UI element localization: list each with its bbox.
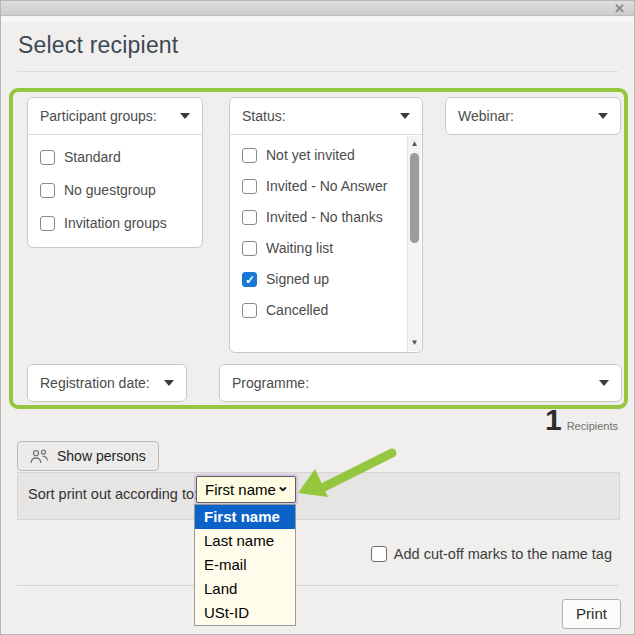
checkbox-waiting-list[interactable]: Waiting list bbox=[242, 238, 396, 258]
chevron-down-icon bbox=[400, 113, 410, 119]
registration-date-label: Registration date: bbox=[40, 375, 150, 391]
sort-option-land[interactable]: Land bbox=[195, 577, 295, 601]
title-divider bbox=[17, 71, 618, 72]
programme-panel: Programme: bbox=[219, 364, 622, 402]
recipients-count: 1 bbox=[545, 403, 562, 437]
checkbox-label: Signed up bbox=[266, 271, 329, 287]
checkbox-label: Invited - No Answer bbox=[266, 178, 387, 194]
scrollbar-thumb[interactable] bbox=[410, 153, 419, 243]
sort-label: Sort print out according to: bbox=[28, 486, 198, 502]
checkbox-icon[interactable] bbox=[40, 150, 55, 165]
recipients-counter: 1 Recipients bbox=[545, 403, 618, 437]
checkbox-signed-up[interactable]: ✓Signed up bbox=[242, 269, 396, 289]
webinar-panel: Webinar: bbox=[445, 97, 621, 135]
participant-groups-panel: Participant groups: Standard No guestgro… bbox=[27, 97, 203, 248]
print-button[interactable]: Print bbox=[562, 599, 621, 629]
status-label: Status: bbox=[242, 108, 286, 124]
checkbox-icon[interactable] bbox=[242, 179, 257, 194]
check-icon: ✓ bbox=[245, 270, 255, 290]
sort-option-email[interactable]: E-mail bbox=[195, 553, 295, 577]
checkbox-label: Waiting list bbox=[266, 240, 333, 256]
titlebar-lower-strip bbox=[1, 16, 634, 22]
scroll-up-icon[interactable]: ▲ bbox=[408, 138, 421, 150]
show-persons-label: Show persons bbox=[57, 448, 146, 464]
checkbox-no-guestgroup[interactable]: No guestgroup bbox=[40, 180, 190, 200]
close-icon[interactable]: ✕ bbox=[614, 1, 625, 16]
checkbox-icon[interactable] bbox=[40, 216, 55, 231]
status-list: Not yet invited Invited - No Answer Invi… bbox=[230, 134, 422, 352]
webinar-label: Webinar: bbox=[458, 108, 514, 124]
sort-bar: Sort print out according to: First name … bbox=[17, 472, 620, 520]
status-panel: Status: Not yet invited Invited - No Ans… bbox=[229, 97, 423, 353]
checkbox-label: Not yet invited bbox=[266, 147, 355, 163]
webinar-dropdown[interactable]: Webinar: bbox=[446, 98, 620, 134]
checkbox-icon[interactable] bbox=[242, 241, 257, 256]
select-recipient-dialog: ✕ Select recipient Participant groups: S… bbox=[0, 0, 635, 635]
cutoff-marks-label: Add cut-off marks to the name tag bbox=[394, 546, 612, 562]
cutoff-marks-checkbox-row[interactable]: Add cut-off marks to the name tag bbox=[371, 546, 612, 562]
checkbox-checked-icon[interactable]: ✓ bbox=[242, 272, 257, 287]
checkbox-invited-no-answer[interactable]: Invited - No Answer bbox=[242, 176, 396, 196]
chevron-down-icon bbox=[180, 113, 190, 119]
sort-select[interactable]: First name ⌄ bbox=[196, 476, 296, 503]
persons-icon bbox=[30, 449, 49, 464]
checkbox-icon[interactable] bbox=[242, 210, 257, 225]
checkbox-label: No guestgroup bbox=[64, 182, 156, 198]
checkbox-label: Invitation groups bbox=[64, 215, 167, 231]
scroll-down-icon[interactable]: ▼ bbox=[408, 337, 421, 349]
checkbox-label: Standard bbox=[64, 149, 121, 165]
checkbox-cancelled[interactable]: Cancelled bbox=[242, 300, 396, 320]
checkbox-icon[interactable] bbox=[371, 546, 387, 562]
status-dropdown[interactable]: Status: bbox=[230, 98, 422, 134]
participant-groups-dropdown[interactable]: Participant groups: bbox=[28, 98, 202, 134]
recipients-label: Recipients bbox=[567, 420, 618, 432]
page-title: Select recipient bbox=[18, 32, 178, 59]
sort-option-last-name[interactable]: Last name bbox=[195, 529, 295, 553]
participant-groups-list: Standard No guestgroup Invitation groups bbox=[28, 134, 202, 247]
sort-option-first-name[interactable]: First name bbox=[195, 505, 295, 529]
registration-date-panel: Registration date: bbox=[27, 364, 187, 402]
filter-highlight-box: Participant groups: Standard No guestgro… bbox=[9, 88, 628, 409]
checkbox-icon[interactable] bbox=[242, 148, 257, 163]
participant-groups-label: Participant groups: bbox=[40, 108, 157, 124]
sort-option-ust-id[interactable]: USt-ID bbox=[195, 601, 295, 625]
show-persons-button[interactable]: Show persons bbox=[17, 441, 159, 471]
registration-date-dropdown[interactable]: Registration date: bbox=[28, 365, 186, 401]
checkbox-invited-no-thanks[interactable]: Invited - No thanks bbox=[242, 207, 396, 227]
window-titlebar: ✕ bbox=[1, 1, 634, 16]
checkbox-label: Invited - No thanks bbox=[266, 209, 383, 225]
sort-options-dropdown: First name Last name E-mail Land USt-ID bbox=[194, 504, 296, 626]
status-scrollbar[interactable]: ▲ ▼ bbox=[407, 136, 421, 351]
checkbox-icon[interactable] bbox=[242, 303, 257, 318]
chevron-down-icon: ⌄ bbox=[276, 481, 289, 491]
checkbox-label: Cancelled bbox=[266, 302, 328, 318]
programme-label: Programme: bbox=[232, 375, 309, 391]
checkbox-invitation-groups[interactable]: Invitation groups bbox=[40, 213, 190, 233]
chevron-down-icon bbox=[164, 380, 174, 386]
footer-divider bbox=[17, 585, 618, 586]
chevron-down-icon bbox=[599, 380, 609, 386]
checkbox-not-yet-invited[interactable]: Not yet invited bbox=[242, 145, 396, 165]
sort-select-value: First name bbox=[205, 481, 276, 498]
checkbox-icon[interactable] bbox=[40, 183, 55, 198]
checkbox-standard[interactable]: Standard bbox=[40, 147, 190, 167]
programme-dropdown[interactable]: Programme: bbox=[220, 365, 621, 401]
chevron-down-icon bbox=[598, 113, 608, 119]
